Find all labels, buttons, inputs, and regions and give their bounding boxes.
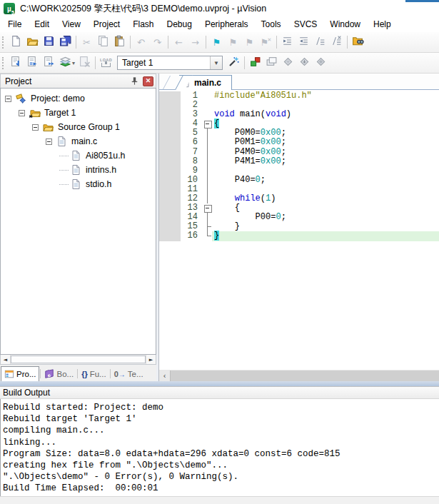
- download-button[interactable]: LOAD: [98, 55, 114, 71]
- code-line[interactable]: 5 P0M0=0x00;: [159, 128, 439, 138]
- redo-button[interactable]: ↷: [149, 34, 166, 50]
- rebuild-button[interactable]: [41, 55, 57, 71]
- toolbar-grip[interactable]: [2, 57, 6, 69]
- code-text[interactable]: P4M1=0x00;: [212, 157, 439, 166]
- menu-item-window[interactable]: Window: [323, 17, 367, 32]
- navigate-forward-button[interactable]: →: [187, 34, 203, 50]
- clear-bookmarks-button[interactable]: ⚑✕: [258, 34, 274, 50]
- indent-button[interactable]: [279, 34, 296, 50]
- code-line[interactable]: 2: [159, 101, 439, 110]
- build-output-log[interactable]: Rebuild started: Project: demoRebuild ta…: [0, 399, 439, 496]
- outdent-button[interactable]: [296, 34, 312, 50]
- code-line[interactable]: 8 P4M1=0x00;: [159, 157, 439, 166]
- breakpoint-gutter[interactable]: [159, 91, 181, 101]
- breakpoint-gutter[interactable]: [159, 203, 181, 213]
- editor-hscrollbar[interactable]: ‹: [159, 370, 439, 381]
- breakpoint-gutter[interactable]: [159, 128, 181, 138]
- code-line[interactable]: 16}: [159, 231, 439, 241]
- scroll-left-arrow-icon[interactable]: ◄: [1, 355, 11, 364]
- select-packs-button[interactable]: [296, 55, 313, 71]
- pack-installer-button[interactable]: [280, 55, 296, 71]
- menu-item-file[interactable]: File: [1, 17, 28, 32]
- breakpoint-gutter[interactable]: [159, 231, 181, 241]
- scroll-right-arrow-icon[interactable]: ►: [146, 355, 156, 364]
- copy-button[interactable]: [95, 34, 111, 50]
- tree-expander-minus-icon[interactable]: [19, 110, 25, 116]
- code-line[interactable]: 11: [159, 185, 439, 194]
- code-line[interactable]: 15 }: [159, 222, 439, 231]
- tab-functions[interactable]: {}Fu...: [79, 366, 109, 381]
- code-text[interactable]: void main(void): [212, 110, 439, 119]
- dropdown-arrow-icon[interactable]: ▾: [72, 60, 75, 66]
- menu-item-help[interactable]: Help: [367, 17, 398, 32]
- tree-item[interactable]: Project: demo: [1, 91, 156, 106]
- save-button[interactable]: [41, 34, 57, 50]
- uncomment-button[interactable]: [328, 34, 345, 50]
- breakpoint-gutter[interactable]: [159, 110, 181, 119]
- breakpoint-gutter[interactable]: [159, 222, 181, 231]
- comment-button[interactable]: [312, 34, 328, 50]
- code-line[interactable]: 14 P00=0;: [159, 213, 439, 222]
- code-line[interactable]: 9: [159, 166, 439, 176]
- translate-button[interactable]: [8, 55, 24, 71]
- fold-marker-icon[interactable]: [203, 203, 212, 213]
- fold-marker-icon[interactable]: [203, 119, 212, 128]
- code-text[interactable]: while(1): [212, 194, 439, 203]
- tree-expander-minus-icon[interactable]: [5, 96, 11, 102]
- build-button[interactable]: [24, 55, 41, 71]
- breakpoint-gutter[interactable]: [159, 194, 181, 203]
- batch-build-button[interactable]: [57, 55, 74, 71]
- code-text[interactable]: P00=0;: [212, 213, 439, 222]
- tab-templates[interactable]: 0→Te...: [111, 366, 146, 381]
- cut-button[interactable]: ✂: [79, 34, 95, 50]
- pin-icon[interactable]: [129, 76, 140, 86]
- tree-expander-minus-icon[interactable]: [46, 138, 52, 145]
- scroll-track[interactable]: [171, 371, 439, 381]
- navigate-back-button[interactable]: ←: [171, 34, 187, 50]
- menu-item-edit[interactable]: Edit: [28, 17, 56, 32]
- find-in-files-button[interactable]: [350, 34, 366, 50]
- code-line[interactable]: 7 P4M0=0x00;: [159, 148, 439, 157]
- code-text[interactable]: }: [212, 222, 439, 231]
- menu-item-svcs[interactable]: SVCS: [288, 17, 324, 32]
- menu-item-peripherals[interactable]: Peripherals: [198, 17, 255, 32]
- code-line[interactable]: 13 {: [159, 203, 439, 213]
- save-all-button[interactable]: [57, 34, 74, 50]
- breakpoint-gutter[interactable]: [159, 101, 181, 110]
- tree-item[interactable]: Ai8051u.h: [1, 148, 156, 163]
- scroll-left-arrow-icon[interactable]: ‹: [159, 371, 171, 381]
- breakpoint-gutter[interactable]: [159, 185, 181, 194]
- breakpoint-gutter[interactable]: [159, 148, 181, 157]
- scroll-thumb[interactable]: [11, 356, 146, 363]
- breakpoint-gutter[interactable]: [159, 213, 181, 222]
- code-line[interactable]: 3void main(void): [159, 110, 439, 119]
- tab-project[interactable]: Pro...: [1, 366, 39, 381]
- project-hscrollbar[interactable]: ◄ ►: [0, 355, 156, 365]
- code-line[interactable]: 12 while(1): [159, 194, 439, 203]
- toggle-bookmark-button[interactable]: ⚑: [208, 34, 225, 50]
- tree-item[interactable]: stdio.h: [1, 177, 156, 191]
- new-file-button[interactable]: [8, 34, 24, 50]
- menu-item-tools[interactable]: Tools: [255, 17, 288, 32]
- options-for-target-button[interactable]: [226, 55, 242, 71]
- code-line[interactable]: 6 P0M1=0x00;: [159, 138, 439, 147]
- breakpoint-gutter[interactable]: [159, 119, 181, 128]
- build-output-scrollbar[interactable]: [0, 496, 439, 504]
- menu-item-project[interactable]: Project: [87, 17, 126, 32]
- tree-item[interactable]: Target 1: [1, 106, 156, 120]
- code-line[interactable]: 10 P40=0;: [159, 176, 439, 185]
- code-text[interactable]: #include"Ai8051u.h": [212, 91, 439, 101]
- undo-button[interactable]: ↶: [133, 34, 149, 50]
- next-bookmark-button[interactable]: ⚑: [241, 34, 258, 50]
- chevron-down-icon[interactable]: ▼: [210, 56, 222, 69]
- tree-expander-minus-icon[interactable]: [32, 124, 39, 131]
- code-editor[interactable]: 1#include"Ai8051u.h"23void main(void)4{5…: [159, 90, 439, 370]
- tab-books[interactable]: ?Bo...: [41, 366, 76, 381]
- menu-item-flash[interactable]: Flash: [126, 17, 160, 32]
- update-packs-button[interactable]: [313, 55, 329, 71]
- open-file-button[interactable]: [24, 34, 41, 50]
- target-select[interactable]: Target 1▼: [117, 56, 223, 70]
- menu-item-view[interactable]: View: [56, 17, 87, 32]
- breakpoint-gutter[interactable]: [159, 157, 181, 166]
- stop-build-button[interactable]: [76, 55, 93, 71]
